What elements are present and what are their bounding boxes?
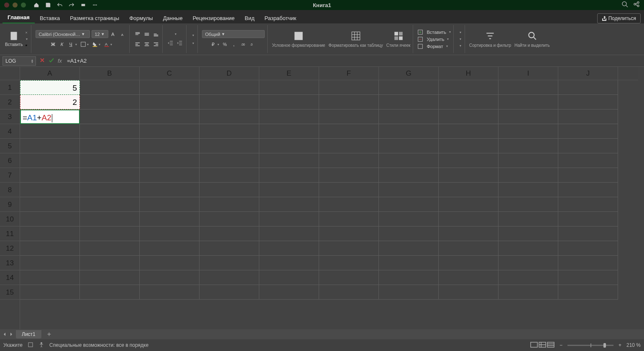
cell-F11[interactable] — [319, 226, 379, 241]
row-header-4[interactable]: 4 — [0, 124, 20, 139]
cell-F4[interactable] — [319, 124, 379, 139]
italic-icon[interactable]: К — [59, 41, 66, 48]
cell-I4[interactable] — [498, 124, 558, 139]
cell-H15[interactable] — [439, 285, 498, 300]
cell-E6[interactable] — [259, 153, 319, 168]
cell-A15[interactable] — [20, 285, 80, 300]
cell-G8[interactable] — [379, 183, 439, 197]
row-header-11[interactable]: 11 — [0, 226, 20, 241]
cell-F3[interactable] — [319, 109, 379, 124]
merge-cells-icon[interactable] — [191, 41, 195, 46]
row-header-12[interactable]: 12 — [0, 241, 20, 256]
search-icon[interactable] — [621, 1, 628, 9]
tab-data[interactable]: Данные — [158, 13, 188, 23]
cell-B9[interactable] — [80, 197, 140, 212]
sheet-next-icon[interactable] — [9, 331, 13, 338]
cell-H7[interactable] — [439, 168, 498, 183]
zoom-slider[interactable] — [567, 345, 613, 346]
cell-E1[interactable] — [259, 80, 319, 95]
row-header-7[interactable]: 7 — [0, 168, 20, 183]
cell-C6[interactable] — [140, 153, 199, 168]
cell-E13[interactable] — [259, 256, 319, 270]
font-name-select[interactable]: Calibri (Основной…▾ — [36, 30, 90, 38]
zoom-in-button[interactable]: + — [618, 342, 621, 348]
cell-F15[interactable] — [319, 285, 379, 300]
align-middle-icon[interactable] — [143, 31, 151, 38]
cell-C13[interactable] — [140, 256, 199, 270]
align-bottom-icon[interactable] — [152, 31, 160, 38]
cell-I13[interactable] — [498, 256, 558, 270]
cell-E8[interactable] — [259, 183, 319, 197]
cell-F2[interactable] — [319, 95, 379, 109]
share-button[interactable]: Поделиться — [597, 13, 641, 23]
cell-G2[interactable] — [379, 95, 439, 109]
cell-G3[interactable] — [379, 109, 439, 124]
cell-H8[interactable] — [439, 183, 498, 197]
cell-styles-button[interactable]: Стили ячеек — [386, 31, 411, 48]
tab-home[interactable]: Главная — [3, 12, 35, 23]
cell-F5[interactable] — [319, 139, 379, 153]
formula-input[interactable]: =A1+A2 — [65, 58, 644, 64]
cell-C1[interactable] — [140, 80, 199, 95]
cell-B1[interactable] — [80, 80, 140, 95]
row-header-6[interactable]: 6 — [0, 153, 20, 168]
zoom-out-button[interactable]: − — [560, 342, 562, 348]
cell-B4[interactable] — [80, 124, 140, 139]
cell-B13[interactable] — [80, 256, 140, 270]
col-header-B[interactable]: B — [80, 67, 140, 80]
cell-H6[interactable] — [439, 153, 498, 168]
row-header-13[interactable]: 13 — [0, 256, 20, 270]
cell-G11[interactable] — [379, 226, 439, 241]
cell-F9[interactable] — [319, 197, 379, 212]
cell-B12[interactable] — [80, 241, 140, 256]
cell-D6[interactable] — [199, 153, 259, 168]
cell-C3[interactable] — [140, 109, 199, 124]
col-header-E[interactable]: E — [259, 67, 319, 80]
cell-G14[interactable] — [379, 270, 439, 285]
cell-D14[interactable] — [199, 270, 259, 285]
cell-E9[interactable] — [259, 197, 319, 212]
cut-icon[interactable] — [24, 31, 28, 35]
cell-I10[interactable] — [498, 212, 558, 226]
cell-G13[interactable] — [379, 256, 439, 270]
cell-J4[interactable] — [558, 124, 618, 139]
currency-icon[interactable]: ₽ — [210, 41, 220, 48]
cell-A13[interactable] — [20, 256, 80, 270]
sheet-tab-active[interactable]: Лист1 — [16, 330, 41, 338]
align-right-icon[interactable] — [152, 41, 160, 48]
cell-G15[interactable] — [379, 285, 439, 300]
orientation-icon[interactable]: ab — [173, 31, 177, 37]
copy-icon[interactable] — [24, 36, 28, 42]
row-header-5[interactable]: 5 — [0, 139, 20, 153]
cell-J11[interactable] — [558, 226, 618, 241]
page-break-view-icon[interactable] — [547, 342, 555, 349]
row-header-15[interactable]: 15 — [0, 285, 20, 300]
borders-icon[interactable] — [79, 41, 89, 48]
fx-icon[interactable]: fx — [58, 58, 62, 64]
cell-C4[interactable] — [140, 124, 199, 139]
cell-B8[interactable] — [80, 183, 140, 197]
cell-D10[interactable] — [199, 212, 259, 226]
increase-indent-icon[interactable] — [176, 39, 184, 47]
cell-J8[interactable] — [558, 183, 618, 197]
cell-D8[interactable] — [199, 183, 259, 197]
cell-A8[interactable] — [20, 183, 80, 197]
accessibility-icon[interactable] — [38, 342, 44, 349]
col-header-D[interactable]: D — [199, 67, 259, 80]
cell-G6[interactable] — [379, 153, 439, 168]
sheet-prev-icon[interactable] — [3, 331, 7, 338]
cell-E7[interactable] — [259, 168, 319, 183]
cell-A10[interactable] — [20, 212, 80, 226]
cell-A9[interactable] — [20, 197, 80, 212]
cell-H9[interactable] — [439, 197, 498, 212]
paste-button[interactable]: Вставить — [5, 31, 23, 47]
cell-D12[interactable] — [199, 241, 259, 256]
percent-icon[interactable]: % — [222, 41, 229, 48]
cell-H2[interactable] — [439, 95, 498, 109]
decrease-decimal-icon[interactable]: .0 — [249, 41, 257, 48]
cells-area[interactable] — [20, 80, 638, 329]
clear-icon[interactable] — [458, 43, 462, 48]
accept-formula-icon[interactable] — [49, 57, 54, 65]
fill-color-icon[interactable] — [91, 41, 101, 48]
cell-E11[interactable] — [259, 226, 319, 241]
